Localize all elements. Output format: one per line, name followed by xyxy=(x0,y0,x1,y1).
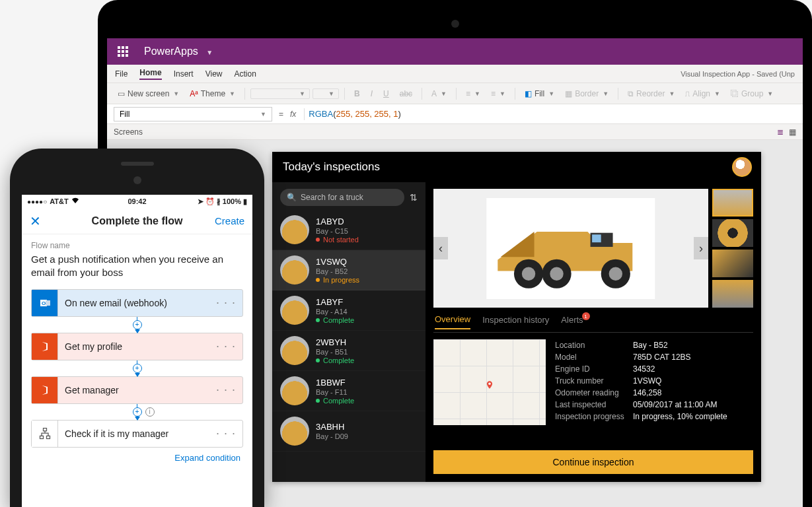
status-bar: ●●●●○ AT&T 09:42 ➤ ⏰ ∦ 100% ▮ xyxy=(22,195,252,208)
border-button[interactable]: ▦ Border▼ xyxy=(561,88,612,100)
svg-rect-3 xyxy=(118,50,120,53)
location-map[interactable] xyxy=(433,339,546,425)
truck-list: 1ABYD Bay - C15 Not started 1VSWQ Bay - … xyxy=(272,210,425,482)
menu-home[interactable]: Home xyxy=(139,68,161,80)
chevron-down-icon: ▼ xyxy=(229,90,235,97)
truck-item[interactable]: 2WBYH Bay - B51 Complete xyxy=(272,331,425,371)
more-icon[interactable]: · · · xyxy=(209,383,242,397)
valign-button[interactable]: ≡▼ xyxy=(487,88,509,100)
gallery-thumb[interactable] xyxy=(712,219,753,247)
separator xyxy=(456,88,457,100)
search-input[interactable]: 🔍 Search for a truck xyxy=(280,189,404,206)
more-icon[interactable]: · · · xyxy=(209,296,242,310)
powerapps-brand[interactable]: PowerApps ▼ xyxy=(139,46,218,57)
truck-item[interactable]: 1ABYF Bay - A14 Complete xyxy=(272,290,425,331)
gallery-next-button[interactable]: › xyxy=(694,237,708,259)
font-size-select[interactable]: ▼ xyxy=(313,88,339,99)
menu-file[interactable]: File xyxy=(115,69,128,79)
strike-button[interactable]: abc xyxy=(396,88,416,100)
align-group-button[interactable]: ⎍ Align▼ xyxy=(681,88,724,100)
truck-id: 1ABYD xyxy=(316,217,359,226)
menu-insert[interactable]: Insert xyxy=(174,69,194,79)
truck-item[interactable]: 3ABHH Bay - D09 xyxy=(272,411,425,452)
italic-button[interactable]: I xyxy=(367,88,377,100)
flow-step-condition[interactable]: Check if it is my manager · · · xyxy=(31,420,243,448)
more-icon[interactable]: · · · xyxy=(209,339,242,353)
underline-button[interactable]: U xyxy=(379,88,393,100)
sort-icon[interactable]: ⇅ xyxy=(410,192,418,203)
add-step-button[interactable]: + xyxy=(133,407,142,417)
truck-item[interactable]: 1VSWQ Bay - B52 In progress xyxy=(272,250,425,290)
close-button[interactable]: ✕ xyxy=(30,213,41,229)
menu-action[interactable]: Action xyxy=(235,69,256,79)
expand-condition-link[interactable]: Expand condition xyxy=(31,448,243,468)
reorder-button[interactable]: ⧉ Reorder▼ xyxy=(624,88,679,100)
theme-button[interactable]: Aª Theme ▼ xyxy=(186,88,239,100)
group-button[interactable]: ⿻ Group▼ xyxy=(727,88,777,100)
more-icon[interactable]: · · · xyxy=(209,426,242,440)
nav-icon: ➤ xyxy=(198,197,203,206)
flow-connector: + xyxy=(31,360,243,376)
svg-rect-4 xyxy=(122,50,124,53)
chevron-down-icon: ▼ xyxy=(206,49,213,56)
separator xyxy=(618,88,618,100)
svg-rect-33 xyxy=(46,436,50,438)
gallery-thumb[interactable] xyxy=(712,280,753,308)
continue-inspection-button[interactable]: Continue inspection xyxy=(433,450,753,474)
truck-info: 3ABHH Bay - D09 xyxy=(316,422,348,440)
bold-button[interactable]: B xyxy=(350,88,364,100)
list-view-icon[interactable]: ≣ xyxy=(777,127,784,137)
add-step-button[interactable]: + xyxy=(133,320,142,329)
flow-step-action[interactable]: Get my profile · · · xyxy=(31,333,243,360)
truck-id: 2WBYH xyxy=(316,337,354,347)
flow-step-action[interactable]: Get manager · · · xyxy=(31,376,243,404)
font-select[interactable]: ▼ xyxy=(250,88,310,99)
align-button[interactable]: ≡▼ xyxy=(462,88,484,100)
flow-step-trigger[interactable]: O On new email (webhook) · · · xyxy=(31,289,243,317)
thumb-view-icon[interactable]: ▦ xyxy=(789,127,796,137)
menu-bar: File Home Insert View Action Visual Insp… xyxy=(107,65,803,83)
flow-connector: + xyxy=(31,317,243,333)
tab-history[interactable]: Inspection history xyxy=(482,315,549,329)
new-screen-button[interactable]: ▭ New screen ▼ xyxy=(114,88,183,100)
svg-rect-1 xyxy=(122,46,124,49)
info-icon[interactable]: i xyxy=(145,407,155,417)
map-pin-icon xyxy=(485,380,494,389)
font-color-button[interactable]: A▼ xyxy=(427,88,451,100)
tab-overview[interactable]: Overview xyxy=(435,314,470,329)
tab-alerts-label: Alerts xyxy=(561,315,583,325)
svg-rect-31 xyxy=(43,428,46,430)
image-gallery: ‹ xyxy=(433,189,753,308)
search-icon: 🔍 xyxy=(287,193,297,202)
spec-value: 785D CAT 12BS xyxy=(633,353,691,362)
formula-args: 255, 255, 255, 1 xyxy=(336,109,398,119)
gallery-thumb[interactable] xyxy=(712,189,753,217)
app-launcher-icon[interactable] xyxy=(107,38,139,65)
flow-header: ✕ Complete the flow Create xyxy=(22,208,252,234)
truck-item[interactable]: 1BBWF Bay - F11 Complete xyxy=(272,371,425,411)
menu-view[interactable]: View xyxy=(205,69,223,79)
truck-id: 3ABHH xyxy=(316,422,348,432)
gallery-thumb[interactable] xyxy=(712,250,753,277)
truck-list-panel: 🔍 Search for a truck ⇅ 1ABYD Bay - C15 xyxy=(272,182,425,482)
condition-icon xyxy=(32,421,58,447)
tab-alerts[interactable]: Alerts 1 xyxy=(561,315,583,329)
svg-rect-24 xyxy=(46,300,50,306)
fill-button[interactable]: ◧ Fill ▼ xyxy=(521,88,558,100)
add-step-button[interactable]: + xyxy=(133,364,142,373)
formula-input[interactable]: RGBA(255, 255, 255, 1) xyxy=(309,109,401,119)
truck-status: In progress xyxy=(316,276,359,284)
truck-item[interactable]: 1ABYD Bay - C15 Not started xyxy=(272,210,425,250)
create-button[interactable]: Create xyxy=(215,215,244,226)
svg-rect-0 xyxy=(118,46,120,49)
ribbon: ▭ New screen ▼ Aª Theme ▼ ▼ ▼ B I U abc … xyxy=(107,83,803,104)
user-avatar[interactable] xyxy=(732,157,752,177)
chevron-down-icon: ▼ xyxy=(260,111,266,118)
spec-value: Bay - B52 xyxy=(633,341,668,350)
property-selector[interactable]: Fill ▼ xyxy=(114,107,272,121)
truck-thumb xyxy=(280,376,309,405)
chevron-down-icon: ▼ xyxy=(548,90,554,97)
gallery-prev-button[interactable]: ‹ xyxy=(433,237,448,259)
separator xyxy=(344,88,345,100)
truck-id: 1BBWF xyxy=(316,378,354,388)
